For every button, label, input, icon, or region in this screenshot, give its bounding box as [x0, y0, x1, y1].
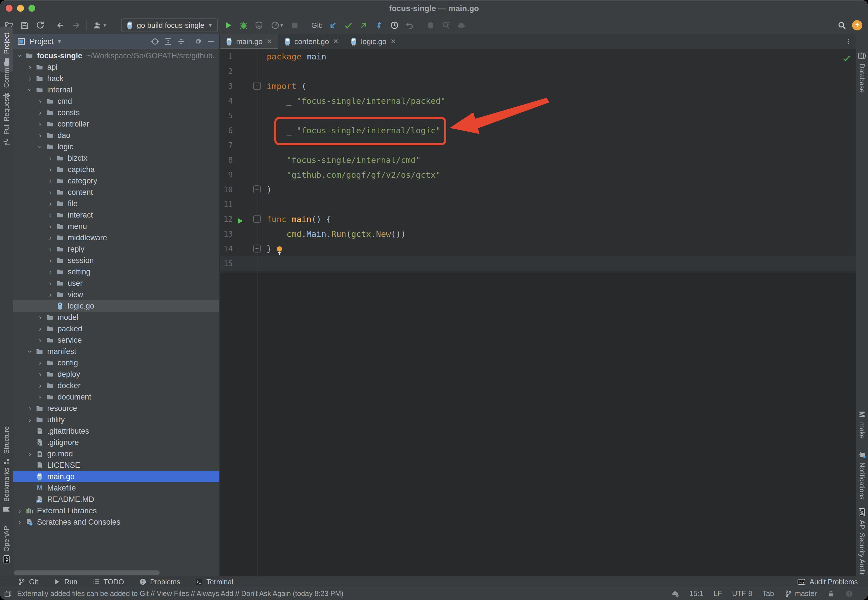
close-tab-icon[interactable]: ✕ [267, 38, 272, 45]
tree-row-config[interactable]: ›config [13, 357, 219, 368]
horizontal-scrollbar[interactable] [14, 570, 160, 575]
tool-window-button-problems[interactable]: Problems [139, 578, 181, 586]
tree-row-main.go[interactable]: main.go [13, 471, 219, 482]
code-line-5[interactable]: 5 [220, 108, 856, 123]
line-number[interactable]: 9 [220, 168, 233, 182]
tree-row-setting[interactable]: ›setting [13, 266, 219, 277]
close-tab-icon[interactable]: ✕ [391, 38, 396, 45]
tool-window-button-todo[interactable]: TODO [92, 578, 124, 586]
status-message[interactable]: Externally added files can be added to G… [17, 589, 344, 598]
status-widget-tab[interactable]: Tab [762, 589, 774, 598]
tree-row-hack[interactable]: ›hack [13, 73, 219, 84]
chevron-right-icon[interactable]: › [15, 506, 24, 515]
fold-marker-icon[interactable]: − [253, 82, 261, 90]
tree-row-category[interactable]: ›category [13, 175, 219, 186]
hide-panel-icon[interactable] [206, 37, 216, 46]
line-number[interactable]: 12 [220, 212, 233, 227]
debug-icon[interactable] [239, 20, 249, 30]
dim-search-icon[interactable] [441, 20, 451, 30]
chevron-right-icon[interactable]: › [46, 256, 55, 265]
tab-content.go[interactable]: content.go✕ [278, 34, 345, 49]
tree-row-internal[interactable]: ›internal [13, 84, 219, 95]
code-line-15[interactable]: 15 [220, 256, 856, 271]
push-icon[interactable] [359, 20, 369, 30]
tool-stripe-item-api-security-audit[interactable]: /APIAPI Security Audit [856, 494, 868, 588]
profiler-icon[interactable]: ▾ [269, 20, 284, 30]
line-number[interactable]: 15 [220, 256, 233, 271]
chevron-right-icon[interactable]: › [46, 279, 55, 288]
tree-row-model[interactable]: ›model [13, 312, 219, 323]
chevron-down-icon[interactable]: › [26, 347, 35, 356]
line-number[interactable]: 7 [220, 138, 233, 153]
user-icon[interactable]: ▾ [92, 20, 108, 30]
code-line-1[interactable]: 1package main [220, 49, 856, 64]
close-tab-icon[interactable]: ✕ [333, 38, 339, 45]
tree-row-logic[interactable]: ›logic [13, 141, 219, 152]
tree-row-api[interactable]: ›api [13, 61, 219, 73]
code-line-12[interactable]: 12−func main() { [220, 212, 856, 227]
tree-row-middleware[interactable]: ›middleware [13, 232, 219, 243]
chevron-right-icon[interactable]: › [46, 211, 55, 220]
tree-row-manifest[interactable]: ›manifest [13, 346, 219, 357]
save-icon[interactable] [19, 20, 30, 30]
line-number[interactable]: 8 [220, 153, 233, 168]
code-line-8[interactable]: 8 "focus-single/internal/cmd" [220, 153, 856, 168]
intention-bulb-icon[interactable] [275, 245, 283, 254]
tree-row-.gitattributes[interactable]: .gitattributes [13, 426, 219, 437]
line-number[interactable]: 4 [220, 94, 233, 108]
chevron-right-icon[interactable]: › [46, 268, 55, 276]
chevron-right-icon[interactable]: › [35, 336, 45, 345]
fold-marker-icon[interactable]: − [253, 215, 261, 223]
tree-row-content[interactable]: ›content [13, 186, 219, 198]
line-number[interactable]: 6 [220, 123, 233, 138]
tree-row-view[interactable]: ›view [13, 289, 219, 300]
chevron-right-icon[interactable]: › [25, 415, 35, 424]
chevron-right-icon[interactable]: › [35, 393, 45, 402]
chevron-down-icon[interactable]: › [15, 51, 24, 61]
run-main-gutter-icon[interactable] [236, 215, 244, 224]
tool-window-button-audit-problems[interactable]: /APIAudit Problems [797, 578, 858, 586]
sync-icon[interactable] [35, 20, 45, 30]
status-widget-utf-8[interactable]: UTF-8 [732, 589, 752, 598]
line-number[interactable]: 5 [220, 108, 233, 123]
status-widget-15-1[interactable]: 15:1 [690, 589, 704, 598]
tab-main.go[interactable]: main.go✕ [220, 34, 278, 49]
chevron-right-icon[interactable]: › [35, 108, 45, 117]
chevron-right-icon[interactable]: › [35, 359, 45, 367]
chevron-down-icon[interactable]: › [26, 85, 35, 95]
expand-all-icon[interactable] [163, 37, 173, 46]
tree-row-file[interactable]: ›file [13, 198, 219, 209]
line-number[interactable]: 14 [220, 241, 233, 256]
tree-row-utility[interactable]: ›utility [13, 414, 219, 426]
tree-row-interact[interactable]: ›interact [13, 209, 219, 221]
locate-icon[interactable] [150, 37, 160, 46]
chevron-right-icon[interactable]: › [35, 120, 45, 129]
search-everywhere-icon[interactable] [837, 20, 847, 30]
line-number[interactable]: 10 [220, 182, 233, 197]
inspection-ok-check-icon[interactable] [842, 54, 851, 63]
run-icon[interactable] [223, 20, 233, 30]
collapse-all-icon[interactable] [176, 37, 186, 46]
chevron-right-icon[interactable]: › [35, 381, 45, 390]
unlock-icon[interactable] [827, 590, 835, 598]
tree-row-cmd[interactable]: ›cmd [13, 95, 219, 107]
chevron-right-icon[interactable]: › [46, 177, 55, 185]
code-line-10[interactable]: 10−) [220, 182, 856, 197]
tree-row-reply[interactable]: ›reply [13, 243, 219, 255]
dim-cloud-icon[interactable] [456, 20, 467, 30]
status-widget-lf[interactable]: LF [713, 589, 722, 598]
tree-row-bizctx[interactable]: ›bizctx [13, 152, 219, 164]
tree-row-.gitignore[interactable]: .gitignore [13, 437, 219, 448]
ide-update-icon[interactable] [852, 20, 862, 30]
tree-row-docker[interactable]: ›docker [13, 380, 219, 391]
tool-window-button-run[interactable]: Run [53, 578, 78, 586]
chevron-right-icon[interactable]: › [46, 222, 55, 231]
code-line-9[interactable]: 9 "github.com/gogf/gf/v2/os/gctx" [220, 168, 856, 182]
code-line-3[interactable]: 3−import ( [220, 79, 856, 94]
line-number[interactable]: 11 [220, 197, 233, 212]
chevron-down-icon[interactable]: › [36, 142, 45, 152]
tree-row-readme.md[interactable]: MDREADME.MD [13, 494, 219, 505]
code-line-14[interactable]: 14−} [220, 241, 856, 256]
chevron-right-icon[interactable]: › [46, 154, 55, 163]
code-line-13[interactable]: 13 cmd.Main.Run(gctx.New()) [220, 227, 856, 241]
